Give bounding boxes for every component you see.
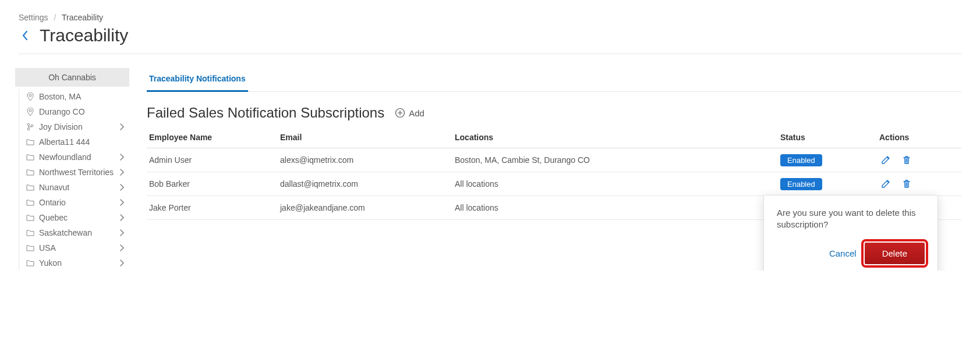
cell-locations: All locations [452,172,778,196]
breadcrumb-separator: / [54,13,56,22]
breadcrumb-root[interactable]: Settings [19,13,48,22]
page-title: Traceability [40,26,128,45]
pin-icon [25,93,36,101]
sidebar-item[interactable]: Yukon [19,255,129,271]
chevron-right-icon [116,244,127,251]
cell-status: Enabled [778,172,877,196]
sidebar-item[interactable]: Joy Division [19,119,129,134]
branch-icon [25,123,36,131]
back-button[interactable] [19,29,31,42]
cell-actions [877,172,961,196]
sidebar-item-label: Alberta11 444 [39,137,127,147]
sidebar-org-header[interactable]: Oh Cannabis [15,68,129,87]
folder-icon [25,138,36,145]
chevron-left-icon [22,31,28,40]
delete-button[interactable] [900,177,913,190]
cell-email: dallast@iqmetrix.com [278,172,452,196]
folder-icon [25,259,36,266]
folder-icon [25,154,36,161]
col-header-status: Status [778,127,877,148]
cell-locations: All locations [452,196,778,220]
sidebar-item-label: Ontario [39,198,116,207]
chevron-right-icon [116,214,127,221]
sidebar-item-label: Yukon [39,258,116,268]
status-badge: Enabled [780,178,822,190]
cell-status: Enabled [778,148,877,172]
chevron-right-icon [116,199,127,206]
add-button[interactable]: Add [395,108,424,118]
add-label: Add [409,108,424,118]
folder-icon [25,214,36,221]
sidebar-item[interactable]: Nunavut [19,180,129,195]
cancel-button[interactable]: Cancel [829,248,857,258]
main-content: Traceability Notifications Failed Sales … [129,68,961,271]
sidebar-item-label: USA [39,243,116,253]
chevron-right-icon [116,169,127,176]
breadcrumb: Settings / Traceability [19,13,961,22]
delete-button[interactable] [900,154,913,166]
pencil-icon [880,179,891,189]
sidebar-item[interactable]: Durango CO [19,104,129,119]
plus-circle-icon [395,108,405,118]
sidebar-item-label: Durango CO [39,107,127,116]
chevron-right-icon [116,123,127,130]
col-header-email: Email [278,127,452,148]
breadcrumb-current: Traceability [62,13,103,22]
cell-actions [877,148,961,172]
pencil-icon [880,155,891,165]
popover-message: Are you sure you want to delete this sub… [777,207,925,231]
chevron-right-icon [116,259,127,266]
cell-employee-name: Jake Porter [147,196,278,220]
cell-employee-name: Bob Barker [147,172,278,196]
chevron-right-icon [116,229,127,236]
sidebar: Oh Cannabis Boston, MADurango COJoy Divi… [19,68,129,271]
sidebar-item-label: Joy Division [39,122,116,131]
col-header-name: Employee Name [147,127,278,148]
cell-employee-name: Admin User [147,148,278,172]
section-title: Failed Sales Notification Subscriptions [147,105,384,121]
col-header-locations: Locations [452,127,778,148]
sidebar-item-label: Boston, MA [39,92,127,101]
status-badge: Enabled [780,154,822,166]
sidebar-item[interactable]: USA [19,240,129,255]
divider [19,54,961,54]
folder-icon [25,199,36,206]
svg-point-2 [31,125,33,127]
table-row: Admin Useralexs@iqmetrix.comBoston, MA, … [147,148,961,172]
sidebar-item[interactable]: Alberta11 444 [19,134,129,150]
edit-button[interactable] [879,177,892,190]
folder-icon [25,229,36,236]
sidebar-item-label: Northwest Territories [39,168,116,177]
delete-confirm-button[interactable]: Delete [865,243,925,264]
folder-icon [25,184,36,191]
sidebar-item-label: Quebec [39,213,116,222]
pin-icon [25,108,36,116]
sidebar-item[interactable]: Boston, MA [19,89,129,104]
edit-button[interactable] [879,154,892,166]
tabs: Traceability Notifications [147,68,961,92]
folder-icon [25,244,36,251]
chevron-right-icon [116,184,127,191]
cell-email: jake@jakeandjane.com [278,196,452,220]
col-header-actions: Actions [877,127,961,148]
cell-email: alexs@iqmetrix.com [278,148,452,172]
delete-confirm-popover: Are you sure you want to delete this sub… [763,195,938,271]
sidebar-item[interactable]: Northwest Territories [19,165,129,180]
cell-locations: Boston, MA, Cambie St, Durango CO [452,148,778,172]
sidebar-item[interactable]: Saskatchewan [19,225,129,240]
table-row: Bob Barkerdallast@iqmetrix.comAll locati… [147,172,961,196]
svg-point-1 [27,128,30,130]
sidebar-item-label: Nunavut [39,183,116,192]
sidebar-item-label: Newfoundland [39,152,116,162]
chevron-right-icon [116,154,127,161]
tab[interactable]: Traceability Notifications [147,68,248,92]
svg-point-0 [27,123,30,126]
sidebar-item[interactable]: Newfoundland [19,150,129,165]
sidebar-item[interactable]: Quebec [19,210,129,225]
sidebar-item-label: Saskatchewan [39,228,116,237]
sidebar-item[interactable]: Ontario [19,195,129,210]
folder-icon [25,169,36,176]
